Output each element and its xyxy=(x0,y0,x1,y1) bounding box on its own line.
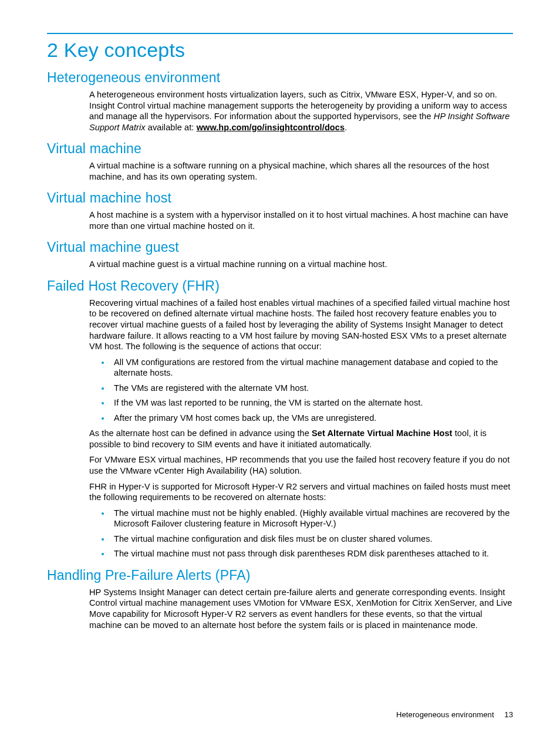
paragraph: As the alternate host can be defined in … xyxy=(89,428,513,450)
list-item: If the VM was last reported to be runnin… xyxy=(110,397,513,409)
section-body: HP Systems Insight Manager can detect ce… xyxy=(89,587,513,630)
paragraph: HP Systems Insight Manager can detect ce… xyxy=(89,587,513,630)
list-item: The VMs are registered with the alternat… xyxy=(110,383,513,394)
text: . xyxy=(345,123,347,132)
section-body: A virtual machine is a software running … xyxy=(89,160,513,182)
heading-virtual-machine: Virtual machine xyxy=(47,141,513,157)
link-insightcontrol-docs[interactable]: www.hp.com/go/insightcontrol/docs xyxy=(197,123,345,132)
bullet-list: All VM configurations are restored from … xyxy=(89,357,513,424)
document-page: 2 Key concepts Heterogeneous environment… xyxy=(0,0,560,746)
heading-heterogeneous: Heterogeneous environment xyxy=(47,70,513,86)
page-footer: Heterogeneous environment 13 xyxy=(396,710,513,719)
list-item: All VM configurations are restored from … xyxy=(110,357,513,379)
section-body: A heterogeneous environment hosts virtua… xyxy=(89,89,513,133)
heading-pfa: Handling Pre-Failure Alerts (PFA) xyxy=(47,568,513,583)
heading-virtual-machine-guest: Virtual machine guest xyxy=(47,239,513,255)
paragraph: A heterogeneous environment hosts virtua… xyxy=(89,89,513,133)
list-item: The virtual machine configuration and di… xyxy=(110,534,513,545)
bullet-list: The virtual machine must not be highly e… xyxy=(89,508,513,559)
heading-virtual-machine-host: Virtual machine host xyxy=(47,190,513,206)
section-body: A host machine is a system with a hyperv… xyxy=(89,210,513,231)
list-item: The virtual machine must not pass throug… xyxy=(110,548,513,559)
paragraph: A virtual machine guest is a virtual mac… xyxy=(89,259,513,270)
section-body: Recovering virtual machines of a failed … xyxy=(89,298,513,559)
list-item: The virtual machine must not be highly e… xyxy=(110,508,513,529)
paragraph: A virtual machine is a software running … xyxy=(89,160,513,182)
tool-name-bold: Set Alternate Virtual Machine Host xyxy=(312,428,453,438)
text: As the alternate host can be defined in … xyxy=(89,428,312,438)
chapter-title: 2 Key concepts xyxy=(47,39,513,62)
text: available at: xyxy=(146,123,197,132)
top-rule xyxy=(47,33,513,34)
paragraph: FHR in Hyper-V is supported for Microsof… xyxy=(89,481,513,503)
list-item: After the primary VM host comes back up,… xyxy=(110,413,513,424)
paragraph: Recovering virtual machines of a failed … xyxy=(89,298,513,352)
paragraph: For VMware ESX virtual machines, HP reco… xyxy=(89,454,513,476)
section-body: A virtual machine guest is a virtual mac… xyxy=(89,259,513,270)
page-number: 13 xyxy=(504,710,513,719)
footer-section-label: Heterogeneous environment xyxy=(396,710,494,719)
heading-fhr: Failed Host Recovery (FHR) xyxy=(47,278,513,294)
paragraph: A host machine is a system with a hyperv… xyxy=(89,210,513,231)
